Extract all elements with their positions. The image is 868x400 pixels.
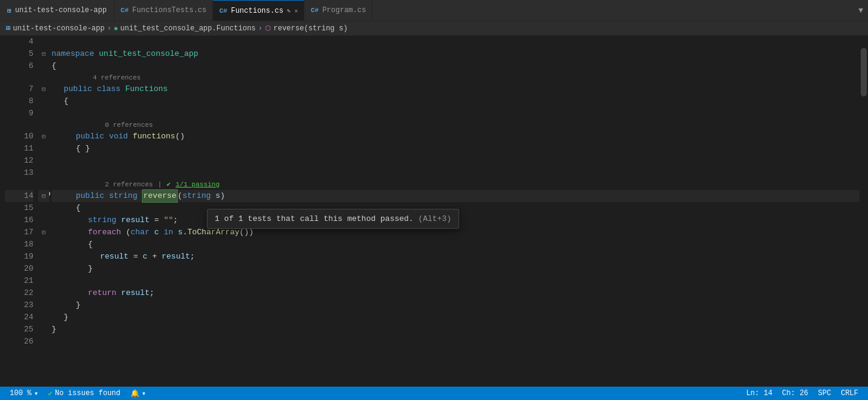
ln-25: 25 xyxy=(5,324,33,336)
tab-close-icon[interactable]: ✕ xyxy=(294,7,298,15)
zoom-label: 100 % xyxy=(10,389,32,398)
ln-20: 20 xyxy=(5,263,33,275)
project-icon: ⊞ xyxy=(7,7,12,15)
code-line-23: } xyxy=(52,299,860,311)
code-line-11: { } xyxy=(52,143,860,155)
refs-hint-14[interactable]: 2 references | ✔ 1/1 passing xyxy=(52,179,860,190)
code-line-14: 💡 public string reverse(string s) xyxy=(52,190,860,202)
zoom-chevron: ▾ xyxy=(34,389,38,398)
ln-26: 26 xyxy=(5,336,33,348)
ln-11: 11 xyxy=(5,143,33,155)
ln-refs-14 xyxy=(5,179,33,190)
tab-program[interactable]: C# Program.cs xyxy=(304,0,372,21)
breadcrumb-project[interactable]: unit-test-console-app xyxy=(13,24,104,33)
line-text: Ln: 14 xyxy=(746,389,772,398)
code-line-4 xyxy=(52,36,860,48)
ln-17: 17 xyxy=(5,226,33,239)
app-window: ⊞ unit-test-console-app C# FunctionsTest… xyxy=(0,0,868,400)
tab-functions[interactable]: C# Functions.cs ✎ ✕ xyxy=(213,0,304,21)
ln-10: 10 xyxy=(5,131,33,143)
editor-area: 4 5 6 7 8 9 10 11 12 13 14 15 16 17 18 1… xyxy=(0,36,868,387)
ln-5: 5 xyxy=(5,48,33,60)
status-bar: 100 % ▾ ✔ No issues found 🔔 ▾ Ln: 14 Ch:… xyxy=(0,387,868,400)
chevron-down-notification: ▾ xyxy=(142,389,146,398)
code-line-13 xyxy=(52,167,860,179)
tab-bar: ⊞ unit-test-console-app C# FunctionsTest… xyxy=(0,0,868,21)
status-no-issues[interactable]: ✔ No issues found xyxy=(43,387,125,400)
namespace-icon: ◈ xyxy=(114,24,118,32)
breadcrumb-method[interactable]: reverse(string s) xyxy=(274,24,348,33)
code-line-18: { xyxy=(52,239,860,251)
ln-21: 21 xyxy=(5,275,33,287)
refs-hint-10[interactable]: 0 references xyxy=(52,120,860,131)
code-line-9 xyxy=(52,107,860,120)
test-tooltip: 1 of 1 tests that call this method passe… xyxy=(207,209,459,229)
ln-12: 12 xyxy=(5,155,33,167)
method-icon: ⬡ xyxy=(265,24,271,32)
check-icon: ✔ xyxy=(48,389,52,398)
test-passing-link[interactable]: 1/1 passing xyxy=(175,178,220,191)
status-zoom[interactable]: 100 % ▾ xyxy=(5,387,43,400)
breadcrumb-bar: ⊞ unit-test-console-app › ◈ unit_test_co… xyxy=(0,21,868,36)
ln-refs-10 xyxy=(5,120,33,131)
scrollbar-thumb[interactable] xyxy=(861,48,867,97)
fold-14[interactable]: ⊟ xyxy=(38,190,49,202)
ln-9: 9 xyxy=(5,107,33,120)
code-line-20: } xyxy=(52,263,860,275)
tooltip-text: 1 of 1 tests that call this method passe… xyxy=(215,214,418,223)
code-editor[interactable]: namespace unit_test_console_app { 4 refe… xyxy=(49,36,860,387)
ln-8: 8 xyxy=(5,95,33,107)
ln-15: 15 xyxy=(5,202,33,214)
ln-23: 23 xyxy=(5,299,33,311)
status-encoding[interactable]: SPC xyxy=(813,387,836,400)
code-line-7: public class Functions xyxy=(52,83,860,95)
cs-icon-2: C# xyxy=(219,7,227,15)
ln-19: 19 xyxy=(5,251,33,263)
ln-14: 14 xyxy=(5,190,33,202)
lightbulb-icon[interactable]: 💡 xyxy=(49,190,52,202)
refs-hint-7[interactable]: 4 references xyxy=(52,72,860,83)
cs-icon-3: C# xyxy=(311,7,318,14)
ln-6: 6 xyxy=(5,60,33,72)
line-numbers: 4 5 6 7 8 9 10 11 12 13 14 15 16 17 18 1… xyxy=(5,36,38,387)
tab-unit-test[interactable]: ⊞ unit-test-console-app xyxy=(0,0,115,21)
ln-refs-7 xyxy=(5,72,33,83)
ln-22: 22 xyxy=(5,287,33,299)
code-line-21 xyxy=(52,275,860,287)
fold-17[interactable]: ⊟ xyxy=(38,226,49,239)
status-line[interactable]: Ln: 14 xyxy=(741,387,777,400)
status-line-ending[interactable]: CRLF xyxy=(836,387,863,400)
line-ending-text: CRLF xyxy=(841,389,858,398)
ln-16: 16 xyxy=(5,214,33,226)
col-text: Ch: 26 xyxy=(782,389,808,398)
code-line-5: namespace unit_test_console_app xyxy=(52,48,860,60)
tab-pin-icon[interactable]: ✎ xyxy=(287,7,291,15)
code-line-8: { xyxy=(52,95,860,107)
ln-7: 7 xyxy=(5,83,33,95)
fold-5[interactable]: ⊟ xyxy=(38,48,49,60)
project-icon-bc: ⊞ xyxy=(6,24,10,33)
left-indicators xyxy=(0,36,5,387)
pass-icon-inline: ✔ xyxy=(167,178,171,191)
tooltip-shortcut: (Alt+3) xyxy=(418,214,451,223)
code-line-12 xyxy=(52,155,860,167)
tab-overflow[interactable]: ▼ xyxy=(853,6,868,15)
fold-gutter: ⊟ ⊟ ⊟ ⊟ ⊟ xyxy=(38,36,49,387)
fold-10[interactable]: ⊟ xyxy=(38,131,49,143)
status-notification[interactable]: 🔔 ▾ xyxy=(126,387,151,400)
fold-7[interactable]: ⊟ xyxy=(38,83,49,95)
encoding-text: SPC xyxy=(818,389,832,398)
bell-icon: 🔔 xyxy=(130,389,140,398)
code-line-19: result = c + result; xyxy=(52,251,860,263)
tab-functions-tests[interactable]: C# FunctionsTests.cs xyxy=(115,0,214,21)
code-line-26 xyxy=(52,336,860,348)
code-line-10: public void functions() xyxy=(52,131,860,143)
breadcrumb-namespace[interactable]: unit_test_console_app.Functions xyxy=(120,24,255,33)
ln-18: 18 xyxy=(5,239,33,251)
ln-24: 24 xyxy=(5,311,33,324)
vertical-scrollbar[interactable] xyxy=(860,36,868,387)
code-line-24: } xyxy=(52,311,860,324)
status-col[interactable]: Ch: 26 xyxy=(777,387,813,400)
code-line-22: return result; xyxy=(52,287,860,299)
breadcrumb-sep2: › xyxy=(258,24,263,33)
